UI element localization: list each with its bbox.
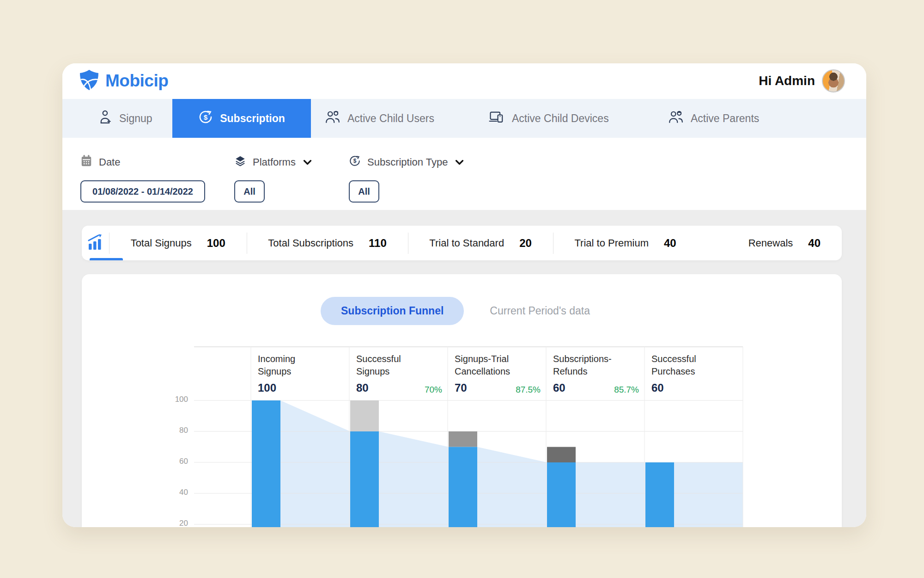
tab-active-child-devices[interactable]: Active Child Devices bbox=[488, 99, 609, 138]
column-label: Signups-Trial Cancellations bbox=[455, 353, 541, 378]
column-header-successful-purchases: Successful Purchases 60 bbox=[651, 353, 737, 399]
stat-trial-to-standard: Trial to Standard 20 bbox=[408, 237, 553, 250]
stat-label: Trial to Premium bbox=[574, 237, 649, 249]
drop-cap-bar bbox=[449, 431, 477, 447]
brand-name: Mobicip bbox=[105, 71, 168, 91]
stat-trial-to-premium: Trial to Premium 40 bbox=[553, 237, 697, 250]
stats-summary-card: Total Signups 100 Total Subscriptions 11… bbox=[82, 226, 842, 260]
subscription-funnel-chart: 100 80 60 40 20 Incoming Signups 100 Suc… bbox=[82, 274, 842, 527]
tab-active-parents[interactable]: Active Parents bbox=[668, 99, 759, 138]
stat-value: 100 bbox=[207, 237, 225, 250]
svg-text:$: $ bbox=[204, 113, 208, 121]
platforms-value: All bbox=[243, 186, 255, 197]
column-header-signups-trial-cancellations: Signups-Trial Cancellations 70 87.5% bbox=[455, 353, 541, 399]
value-bar bbox=[547, 462, 576, 527]
y-axis-tick: 80 bbox=[146, 426, 188, 435]
column-percent: 85.7% bbox=[614, 385, 639, 395]
chart-card: Subscription Funnel Current Period's dat… bbox=[82, 274, 842, 527]
date-filter-label: Date bbox=[80, 155, 205, 169]
tab-active-child-users[interactable]: Active Child Users bbox=[325, 99, 434, 138]
column-label: Successful Signups bbox=[356, 353, 442, 378]
brand-logo: Mobicip bbox=[79, 69, 168, 92]
column-header-successful-signups: Successful Signups 80 70% bbox=[356, 353, 442, 399]
subscription-type-dropdown-label[interactable]: $ Subscription Type bbox=[349, 155, 464, 169]
layers-icon bbox=[234, 155, 246, 170]
active-view-underline bbox=[90, 258, 123, 260]
app-window: Mobicip Hi Admin Signup $ bbox=[62, 63, 866, 527]
app-header: Mobicip Hi Admin bbox=[62, 63, 866, 99]
tab-subscription[interactable]: $ Subscription bbox=[172, 99, 311, 138]
column-label: Incoming Signups bbox=[258, 353, 344, 378]
stat-value: 20 bbox=[519, 237, 532, 250]
y-axis-tick: 20 bbox=[146, 519, 188, 527]
column-percent: 70% bbox=[425, 385, 442, 395]
page-content: Total Signups 100 Total Subscriptions 11… bbox=[62, 210, 866, 527]
person-add-icon bbox=[98, 110, 112, 127]
avatar[interactable] bbox=[822, 69, 845, 92]
devices-icon bbox=[488, 110, 505, 127]
users-icon bbox=[325, 110, 340, 127]
stat-value: 110 bbox=[369, 237, 387, 250]
column-value: 100 bbox=[258, 381, 276, 394]
tab-label: Signup bbox=[119, 112, 152, 125]
tab-label: Subscription bbox=[220, 112, 285, 125]
users-icon bbox=[668, 110, 684, 127]
stat-total-signups: Total Signups 100 bbox=[109, 237, 247, 250]
svg-text:$: $ bbox=[353, 158, 357, 164]
chevron-down-icon bbox=[303, 156, 312, 168]
y-axis-tick: 40 bbox=[146, 488, 188, 497]
platforms-label-text: Platforms bbox=[253, 156, 296, 168]
shield-logo-icon bbox=[79, 69, 99, 92]
dollar-circle-icon: $ bbox=[349, 155, 361, 170]
column-value: 60 bbox=[553, 381, 565, 394]
drop-cap-bar bbox=[350, 400, 379, 431]
calendar-icon bbox=[80, 154, 92, 170]
funnel-bars-plot bbox=[82, 274, 842, 527]
platforms-dropdown-label[interactable]: Platforms bbox=[234, 155, 312, 169]
filter-bar: Date 01/08/2022 - 01/14/2022 Platforms bbox=[62, 138, 866, 210]
stat-label: Trial to Standard bbox=[429, 237, 504, 249]
column-label: Successful Purchases bbox=[651, 353, 737, 378]
subscription-type-filter: $ Subscription Type All bbox=[349, 138, 464, 203]
stat-value: 40 bbox=[808, 237, 821, 250]
date-range-input[interactable]: 01/08/2022 - 01/14/2022 bbox=[80, 180, 205, 203]
column-value: 80 bbox=[356, 381, 369, 394]
stats-chart-view-button[interactable] bbox=[82, 226, 109, 260]
value-bar bbox=[645, 462, 674, 527]
chevron-down-icon bbox=[455, 156, 464, 168]
platforms-value-button[interactable]: All bbox=[234, 180, 265, 203]
y-axis-tick: 100 bbox=[146, 395, 188, 404]
dollar-refresh-icon: $ bbox=[198, 110, 213, 127]
stat-total-subscriptions: Total Subscriptions 110 bbox=[247, 237, 407, 250]
stat-label: Total Signups bbox=[131, 237, 192, 249]
tab-signup[interactable]: Signup bbox=[98, 99, 152, 138]
value-bar bbox=[252, 400, 280, 527]
column-value: 70 bbox=[455, 381, 467, 394]
stat-renewals: Renewals 40 bbox=[698, 237, 842, 250]
y-axis-tick: 60 bbox=[146, 457, 188, 466]
subscription-type-value-button[interactable]: All bbox=[349, 180, 379, 203]
tab-label: Active Child Devices bbox=[512, 112, 609, 125]
drop-cap-bar bbox=[547, 447, 576, 463]
subscription-type-label-text: Subscription Type bbox=[367, 156, 448, 168]
date-label-text: Date bbox=[99, 156, 120, 168]
value-bar bbox=[350, 431, 379, 527]
column-label: Subscriptions- Refunds bbox=[553, 353, 639, 378]
main-tabbar: Signup $ Subscription bbox=[62, 99, 866, 138]
date-range-value: 01/08/2022 - 01/14/2022 bbox=[92, 186, 193, 197]
greeting-text: Hi Admin bbox=[759, 74, 815, 88]
stat-label: Total Subscriptions bbox=[268, 237, 353, 249]
column-percent: 87.5% bbox=[516, 385, 541, 395]
column-header-subscriptions-refunds: Subscriptions- Refunds 60 85.7% bbox=[553, 353, 639, 399]
stat-value: 40 bbox=[664, 237, 676, 250]
desktop-background: { "brand": { "name": "Mobicip", "logo_ic… bbox=[0, 0, 924, 578]
column-value: 60 bbox=[651, 381, 664, 394]
column-header-incoming-signups: Incoming Signups 100 bbox=[258, 353, 344, 399]
date-filter: Date 01/08/2022 - 01/14/2022 bbox=[80, 138, 205, 203]
platforms-filter: Platforms All bbox=[234, 138, 312, 203]
tab-label: Active Child Users bbox=[347, 112, 434, 125]
user-menu[interactable]: Hi Admin bbox=[759, 69, 845, 92]
tab-label: Active Parents bbox=[691, 112, 759, 125]
subscription-type-value: All bbox=[358, 186, 370, 197]
stat-label: Renewals bbox=[748, 237, 793, 249]
